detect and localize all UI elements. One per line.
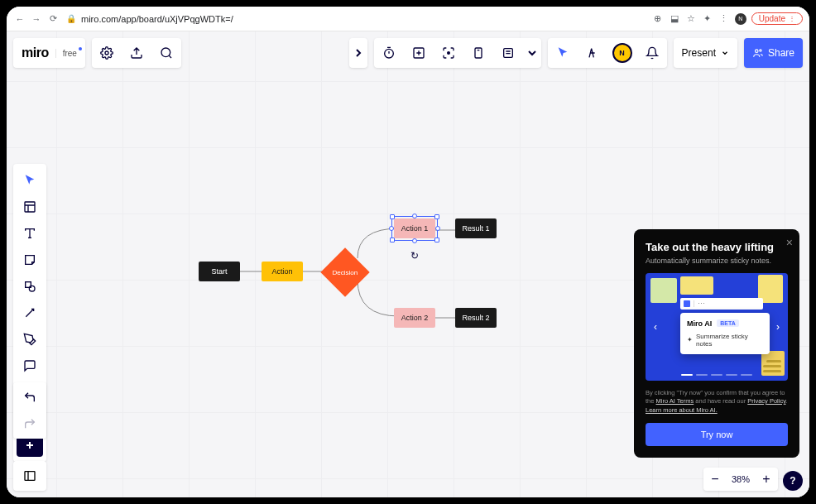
board-menu[interactable]: miro free — [13, 38, 85, 68]
update-button[interactable]: Update⋮ — [751, 12, 803, 25]
node-result2[interactable]: Result 2 — [455, 308, 497, 328]
logo: miro — [22, 46, 49, 60]
comment-tool[interactable] — [13, 353, 46, 379]
promo-card-title: Miro AI — [687, 319, 712, 328]
node-action2[interactable]: Action 2 — [394, 308, 435, 328]
update-label: Update — [759, 14, 785, 23]
svg-point-20 — [760, 50, 761, 51]
pen-tool[interactable] — [13, 326, 46, 353]
avatar[interactable]: N — [607, 38, 637, 68]
share-button[interactable]: Share — [744, 38, 803, 68]
close-button[interactable]: × — [786, 236, 793, 249]
svg-rect-21 — [25, 202, 35, 212]
dot[interactable] — [681, 374, 693, 376]
more-apps-button[interactable] — [523, 38, 541, 68]
undo-button[interactable] — [13, 384, 46, 410]
text-tool[interactable] — [13, 220, 46, 247]
focus-button[interactable] — [434, 38, 463, 68]
forward-button[interactable]: → — [30, 12, 43, 26]
svg-point-13 — [447, 52, 449, 55]
collapse-pill[interactable] — [349, 38, 367, 68]
svg-line-28 — [26, 309, 33, 316]
promo-illustration: ⋯ Miro AI BETA ✦ Summarize sticky notes … — [646, 273, 788, 381]
chevron-down-icon — [721, 49, 729, 57]
try-now-button[interactable]: Try now — [646, 423, 788, 446]
frames-panel-button[interactable] — [13, 461, 46, 491]
lock-icon: 🔒 — [66, 14, 76, 23]
people-icon — [752, 47, 764, 59]
line-tool[interactable] — [13, 300, 46, 326]
resize-handle[interactable] — [390, 238, 395, 242]
cursor-button[interactable] — [548, 38, 578, 68]
zoom-value[interactable]: 38% — [727, 474, 755, 484]
notifications-button[interactable] — [637, 38, 667, 68]
redo-button[interactable] — [13, 410, 46, 437]
carousel-prev[interactable]: ‹ — [647, 319, 664, 335]
help-button[interactable]: ? — [783, 471, 803, 491]
dot[interactable] — [741, 374, 752, 376]
dot[interactable] — [726, 374, 737, 376]
promo-card: Miro AI BETA ✦ Summarize sticky notes — [680, 313, 770, 354]
template-tool[interactable] — [13, 194, 46, 220]
url-bar[interactable]: miro.com/app/board/uXjVPqgWDTk=/ — [81, 14, 646, 24]
node-decision[interactable]: Decision — [320, 247, 369, 296]
decision-label: Decision — [333, 269, 358, 276]
undo-redo — [13, 382, 46, 439]
dot[interactable] — [696, 374, 708, 376]
update-menu-icon: ⋮ — [789, 15, 795, 22]
chevron-right-icon — [349, 38, 367, 68]
rotate-handle[interactable]: ↻ — [410, 250, 419, 262]
extensions-icon[interactable]: ✦ — [702, 13, 713, 25]
promo-subtitle: Automatically summarize sticky notes. — [646, 257, 788, 265]
zoom-in-button[interactable]: + — [755, 468, 778, 491]
carousel-next[interactable]: › — [770, 319, 786, 335]
profile-icon[interactable]: N — [735, 13, 746, 25]
reload-button[interactable]: ⟳ — [46, 12, 60, 26]
connector-handle[interactable] — [389, 226, 394, 231]
estimation-button[interactable] — [463, 38, 493, 68]
sticky-tool[interactable] — [13, 247, 46, 273]
shape-tool[interactable] — [13, 273, 46, 300]
ai-icon — [684, 300, 690, 307]
resize-handle[interactable] — [434, 214, 439, 219]
search-button[interactable] — [151, 38, 181, 68]
svg-point-19 — [755, 50, 758, 53]
timer-button[interactable] — [374, 38, 404, 68]
node-action[interactable]: Action — [262, 262, 303, 281]
view-controls — [374, 38, 541, 68]
resize-handle[interactable] — [390, 214, 395, 219]
present-label: Present — [682, 47, 716, 59]
terms-link[interactable]: Miro AI Terms — [656, 397, 694, 405]
dot[interactable] — [711, 374, 722, 376]
install-icon[interactable]: ⬓ — [669, 13, 680, 25]
node-start[interactable]: Start — [199, 262, 240, 281]
connector-handle[interactable] — [435, 226, 440, 231]
zoom-control: − 38% + — [703, 468, 778, 491]
connector-handle[interactable] — [412, 214, 417, 218]
svg-line-6 — [169, 55, 171, 58]
note-button[interactable] — [493, 38, 523, 68]
svg-point-5 — [161, 48, 170, 57]
sparkle-icon: ✦ — [687, 336, 693, 343]
menu-icon[interactable]: ⋮ — [718, 13, 730, 25]
connector-handle[interactable] — [412, 238, 417, 243]
add-button[interactable] — [404, 38, 434, 68]
svg-rect-14 — [475, 48, 482, 58]
privacy-link[interactable]: Privacy Policy — [747, 397, 785, 405]
resize-handle[interactable] — [434, 238, 439, 242]
export-button[interactable] — [122, 38, 151, 68]
select-tool[interactable] — [13, 167, 46, 194]
translate-icon[interactable]: ⊕ — [652, 13, 664, 25]
reactions-button[interactable] — [578, 38, 607, 68]
star-icon[interactable]: ☆ — [685, 13, 697, 25]
node-result1[interactable]: Result 1 — [455, 218, 497, 238]
promo-legal: By clicking "Try now" you confirm that y… — [646, 389, 788, 415]
svg-rect-37 — [25, 472, 35, 481]
learn-more-link[interactable]: Learn more about Miro AI. — [646, 406, 718, 414]
present-button[interactable]: Present — [674, 38, 737, 68]
zoom-out-button[interactable]: − — [703, 468, 727, 491]
node-action1[interactable]: Action 1 ↻ — [394, 218, 435, 238]
svg-point-4 — [105, 51, 108, 55]
settings-button[interactable] — [92, 38, 122, 68]
back-button[interactable]: ← — [13, 12, 26, 26]
